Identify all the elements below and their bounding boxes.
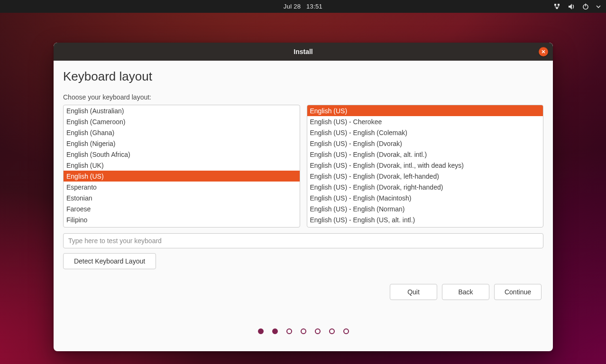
- svg-marker-6: [569, 4, 572, 9]
- detect-keyboard-button[interactable]: Detect Keyboard Layout: [63, 253, 156, 269]
- variant-item[interactable]: English (US) - English (Dvorak): [307, 138, 543, 149]
- variant-item-label: English (US) - English (Dvorak, right-ha…: [310, 183, 443, 191]
- variant-item[interactable]: English (US) - English (Dvorak, left-han…: [307, 171, 543, 182]
- variant-item[interactable]: English (US) - English (Dvorak, alt. int…: [307, 149, 543, 160]
- svg-rect-8: [585, 3, 586, 6]
- progress-dot: [329, 328, 335, 334]
- layout-item-label: English (Australian): [66, 107, 124, 115]
- page-title: Keyboard layout: [63, 69, 543, 84]
- progress-dot: [286, 328, 292, 334]
- window-content: Keyboard layout Choose your keyboard lay…: [54, 61, 553, 351]
- variant-item-label: English (US) - English (Colemak): [310, 129, 407, 136]
- layout-item-label: Estonian: [66, 194, 92, 202]
- layout-item-label: Filipino: [66, 216, 87, 224]
- layout-item-label: English (Nigeria): [66, 140, 115, 147]
- variant-item-label: English (US) - English (Dvorak, alt. int…: [310, 151, 427, 158]
- layout-item[interactable]: Faroese: [64, 203, 300, 214]
- continue-button[interactable]: Continue: [494, 284, 542, 300]
- layout-item[interactable]: English (Nigeria): [64, 138, 300, 149]
- layout-item[interactable]: English (South Africa): [64, 149, 300, 160]
- layout-item[interactable]: English (Australian): [64, 105, 300, 116]
- progress-dot: [315, 328, 321, 334]
- variant-item-label: English (US) - Cherokee: [310, 118, 382, 126]
- volume-icon: [568, 3, 576, 10]
- variant-item-label: English (US): [310, 107, 348, 115]
- layout-item[interactable]: English (Cameroon): [64, 116, 300, 127]
- layout-item[interactable]: Estonian: [64, 192, 300, 203]
- prompt-label: Choose your keyboard layout:: [63, 93, 543, 101]
- variant-item-label: English (US) - English (Dvorak, left-han…: [310, 173, 439, 180]
- keyboard-test-input[interactable]: [63, 233, 543, 248]
- svg-rect-0: [554, 4, 556, 6]
- layout-item[interactable]: English (Ghana): [64, 127, 300, 138]
- variant-item-label: English (US) - English (Dvorak, intl., w…: [310, 162, 464, 169]
- progress-dot: [301, 328, 306, 334]
- variant-item-label: English (US) - English (Norman): [310, 205, 405, 213]
- layout-item[interactable]: English (UK): [64, 160, 300, 171]
- chevron-down-icon: [596, 3, 601, 10]
- variant-item[interactable]: English (US) - English (Norman): [307, 203, 543, 214]
- layout-item[interactable]: English (US): [64, 171, 300, 182]
- progress-dot: [343, 328, 349, 334]
- progress-dot: [272, 328, 278, 334]
- layout-lists: English (Australian)English (Cameroon)En…: [63, 105, 543, 228]
- layout-item-label: English (South Africa): [66, 151, 130, 158]
- variant-item[interactable]: English (US) - English (Dvorak, intl., w…: [307, 160, 543, 171]
- layout-item-label: English (Cameroon): [66, 118, 126, 126]
- variant-item[interactable]: English (US) - English (US, alt. intl.): [307, 214, 543, 225]
- layout-item[interactable]: Filipino: [64, 214, 300, 225]
- variant-item[interactable]: English (US) - English (Colemak): [307, 127, 543, 138]
- window-title: Install: [294, 48, 312, 55]
- quit-button[interactable]: Quit: [390, 284, 437, 300]
- clock[interactable]: Jul 28 13:51: [284, 3, 322, 10]
- layout-item-label: English (Ghana): [66, 129, 114, 136]
- layout-item-label: English (US): [66, 173, 104, 180]
- svg-rect-2: [556, 7, 558, 9]
- power-icon: [582, 3, 589, 10]
- progress-dots: [54, 328, 553, 334]
- installer-window: Install Keyboard layout Choose your keyb…: [54, 43, 553, 351]
- variant-item-label: English (US) - English (Macintosh): [310, 194, 412, 202]
- layout-item-label: Faroese: [66, 205, 91, 213]
- close-icon: [541, 48, 546, 55]
- layout-item-label: English (UK): [66, 162, 104, 169]
- layout-item[interactable]: Esperanto: [64, 182, 300, 192]
- variant-item-label: English (US) - English (US, alt. intl.): [310, 216, 415, 224]
- back-button[interactable]: Back: [442, 284, 489, 300]
- layout-list-left[interactable]: English (Australian)English (Cameroon)En…: [63, 105, 300, 228]
- variant-item[interactable]: English (US) - Cherokee: [307, 116, 543, 127]
- svg-rect-5: [555, 7, 559, 7]
- footer-buttons: Quit Back Continue: [390, 284, 542, 300]
- variant-item[interactable]: English (US): [307, 105, 543, 116]
- clock-time: 13:51: [306, 3, 322, 10]
- variant-item[interactable]: English (US) - English (Dvorak, right-ha…: [307, 182, 543, 192]
- window-titlebar[interactable]: Install: [54, 43, 553, 61]
- clock-date: Jul 28: [284, 3, 301, 10]
- system-top-bar: Jul 28 13:51: [0, 0, 606, 13]
- layout-list-right[interactable]: English (US)English (US) - CherokeeEngli…: [307, 105, 544, 228]
- network-icon: [554, 3, 561, 10]
- close-button[interactable]: [539, 47, 548, 56]
- svg-rect-1: [558, 4, 560, 6]
- variant-item-label: English (US) - English (Dvorak): [310, 140, 403, 147]
- layout-item-label: Esperanto: [66, 183, 97, 191]
- variant-item[interactable]: English (US) - English (Macintosh): [307, 192, 543, 203]
- progress-dot: [258, 328, 264, 334]
- system-tray[interactable]: [554, 0, 601, 13]
